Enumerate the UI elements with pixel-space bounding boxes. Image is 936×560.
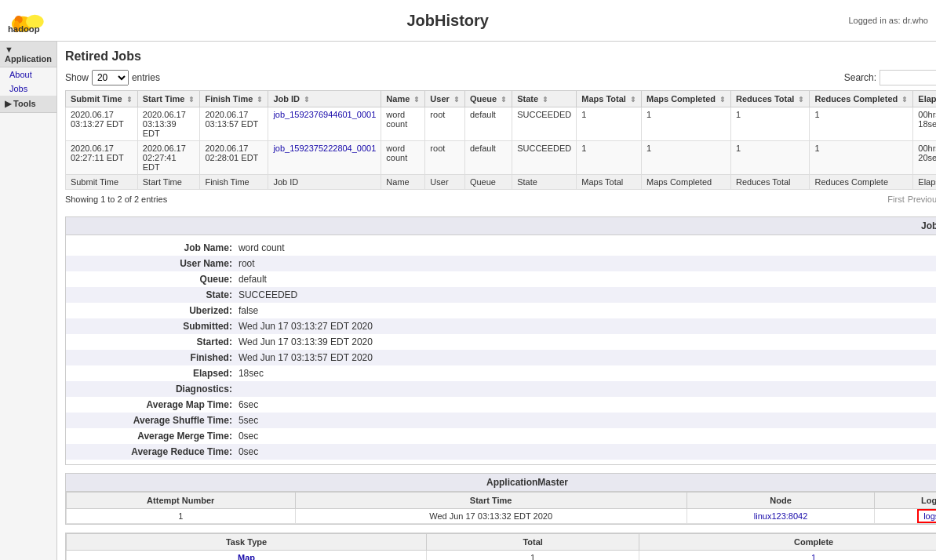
tools-arrow-icon: ▶	[5, 99, 11, 108]
job-detail-row: Finished: Wed Jun 17 03:13:57 EDT 2020	[66, 350, 936, 365]
entries-label: entries	[132, 72, 160, 83]
job-detail-row: Started: Wed Jun 17 03:13:39 EDT 2020	[66, 334, 936, 350]
col-start-time[interactable]: Start Time ⇕	[137, 91, 200, 107]
cell-state: SUCCEEDED	[512, 141, 577, 175]
sidebar-application-header[interactable]: ▼ ▼ Application Application	[0, 42, 56, 67]
svg-text:hadoop: hadoop	[8, 24, 40, 34]
am-table-row: 1 Wed Jun 17 03:13:32 EDT 2020 linux123:…	[66, 509, 936, 524]
sidebar-item-jobs[interactable]: Jobs	[0, 82, 56, 96]
hadoop-logo-icon: hadoop	[8, 5, 47, 36]
cell-job-id[interactable]: job_1592375222804_0001	[268, 141, 381, 175]
am-cell-node[interactable]: linux123:8042	[687, 509, 875, 524]
job-detail-label: Diagnostics:	[66, 384, 239, 395]
cell-reduces-completed: 1	[810, 107, 913, 141]
show-entries: Show 20 50 100 entries	[65, 70, 160, 85]
job-detail-value: 6sec	[239, 399, 936, 410]
am-cell-logs[interactable]: logs	[875, 509, 936, 524]
cell-maps-completed: 1	[641, 141, 730, 175]
job-detail-label: User Name:	[66, 258, 239, 269]
col-maps-completed[interactable]: Maps Completed ⇕	[641, 91, 730, 107]
jobs-table: Submit Time ⇕ Start Time ⇕ Finish Time ⇕…	[65, 90, 936, 190]
job-detail-row: Average Shuffle Time: 5sec	[66, 413, 936, 428]
job-detail-value: 0sec	[239, 431, 936, 442]
job-detail-label: Finished:	[66, 352, 239, 363]
col-submit-time[interactable]: Submit Time ⇕	[65, 91, 137, 107]
footer-state: State	[512, 175, 577, 190]
sidebar-item-about[interactable]: About	[0, 67, 56, 82]
footer-user: User	[425, 175, 465, 190]
sidebar-tools-header[interactable]: ▶ Tools	[0, 96, 56, 113]
footer-finish-time: Finish Time	[200, 175, 268, 190]
task-cell-complete[interactable]: 1	[639, 551, 936, 561]
table-row: 2020.06.1703:13:27 EDT 2020.06.1703:13:3…	[65, 107, 936, 141]
main-layout: ▼ ▼ Application Application About Jobs ▶…	[0, 42, 936, 560]
cell-maps-total: 1	[577, 107, 642, 141]
table-row: 2020.06.1702:27:11 EDT 2020.06.1702:27:4…	[65, 141, 936, 175]
col-job-id[interactable]: Job ID ⇕	[268, 91, 381, 107]
pagination-first[interactable]: First	[887, 195, 904, 204]
footer-maps-total: Maps Total	[577, 175, 642, 190]
am-col-logs: Logs	[875, 493, 936, 509]
col-queue[interactable]: Queue ⇕	[464, 91, 512, 107]
job-detail-value: Wed Jun 17 03:13:57 EDT 2020	[239, 352, 936, 363]
col-finish-time[interactable]: Finish Time ⇕	[200, 91, 268, 107]
entries-select[interactable]: 20 50 100	[92, 70, 129, 85]
col-reduces-completed[interactable]: Reduces Completed ⇕	[810, 91, 913, 107]
job-overview-section: Job Overview Job Name: word count User N…	[65, 216, 936, 465]
job-detail-label: Uberized:	[66, 305, 239, 316]
job-detail-label: Elapsed:	[66, 368, 239, 379]
job-detail-row: Elapsed: 18sec	[66, 365, 936, 381]
search-input[interactable]	[880, 70, 936, 85]
am-col-node: Node	[687, 493, 875, 509]
col-reduces-total[interactable]: Reduces Total ⇕	[731, 91, 810, 107]
job-detail-value: 5sec	[239, 415, 936, 426]
job-detail-value: SUCCEEDED	[239, 289, 936, 300]
col-elapsed-time[interactable]: Elapsed Time ⇕	[913, 91, 936, 107]
logo: hadoop	[8, 5, 47, 36]
job-detail-label: Submitted:	[66, 321, 239, 332]
table-header-row: Submit Time ⇕ Start Time ⇕ Finish Time ⇕…	[65, 91, 936, 107]
job-detail-value: false	[239, 305, 936, 316]
task-table-row: Map 1 1	[66, 551, 936, 561]
application-arrow-icon: ▼	[5, 45, 13, 54]
cell-queue: default	[464, 107, 512, 141]
am-table-header: Attempt Number Start Time Node Logs	[66, 493, 936, 509]
job-overview-header: Job Overview	[66, 217, 936, 235]
job-detail-value: 0sec	[239, 446, 936, 457]
cell-maps-completed: 1	[641, 107, 730, 141]
content-area: Retired Jobs Show 20 50 100 entries Sear…	[57, 42, 936, 560]
task-counters-section: Task Type Total Complete Map 1 1 Reduce …	[65, 533, 936, 560]
task-cell-total: 1	[427, 551, 639, 561]
job-detail-value: 18sec	[239, 368, 936, 379]
footer-queue: Queue	[464, 175, 512, 190]
col-name[interactable]: Name ⇕	[381, 91, 425, 107]
am-col-attempt: Attempt Number	[66, 493, 295, 509]
am-col-start: Start Time	[295, 493, 687, 509]
table-controls: Show 20 50 100 entries Search:	[65, 70, 936, 85]
pagination-previous[interactable]: Previous	[908, 195, 936, 204]
task-col-complete: Complete	[639, 534, 936, 551]
task-cell-type[interactable]: Map	[66, 551, 426, 561]
cell-start-time: 2020.06.1702:27:41 EDT	[137, 141, 200, 175]
cell-queue: default	[464, 141, 512, 175]
col-maps-total[interactable]: Maps Total ⇕	[577, 91, 642, 107]
cell-name: word count	[381, 141, 425, 175]
col-state[interactable]: State ⇕	[512, 91, 577, 107]
job-detail-value	[239, 384, 936, 395]
cell-job-id[interactable]: job_1592376944601_0001	[268, 107, 381, 141]
job-detail-row: Queue: default	[66, 271, 936, 287]
task-table: Task Type Total Complete Map 1 1 Reduce …	[66, 533, 936, 560]
sidebar: ▼ ▼ Application Application About Jobs ▶…	[0, 42, 57, 560]
cell-elapsed-time: 00hrs, 00mins, 18sec	[913, 107, 936, 141]
job-detail-row: Uberized: false	[66, 303, 936, 318]
footer-job-id: Job ID	[268, 175, 381, 190]
cell-state: SUCCEEDED	[512, 107, 577, 141]
job-detail-value: word count	[239, 242, 936, 253]
pagination: First Previous 1 Next Last	[887, 195, 936, 204]
footer-reduces-completed: Reduces Complete	[810, 175, 913, 190]
task-table-header: Task Type Total Complete	[66, 534, 936, 551]
col-user[interactable]: User ⇕	[425, 91, 465, 107]
job-detail-row: Job Name: word count	[66, 240, 936, 256]
application-master-table: Attempt Number Start Time Node Logs 1 We…	[66, 492, 936, 524]
cell-finish-time: 2020.06.1703:13:57 EDT	[200, 107, 268, 141]
